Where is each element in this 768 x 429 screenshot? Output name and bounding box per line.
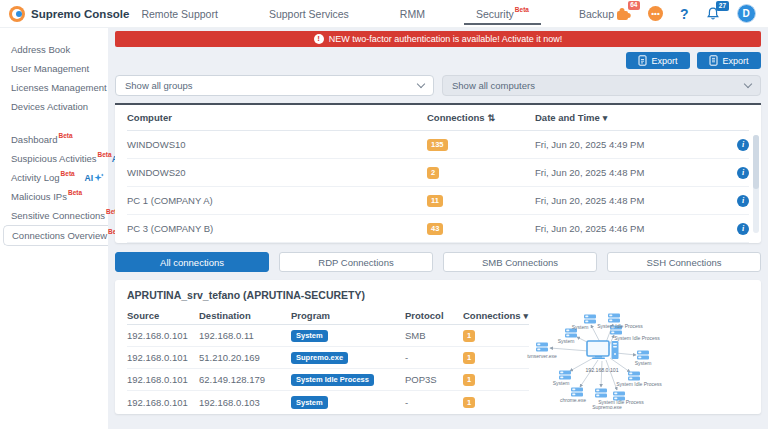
computer-row[interactable]: PC 1 (COMPANY A) 11 Fri, Jun 20, 2025 4:… — [127, 187, 749, 215]
server-node-icon[interactable] — [595, 389, 607, 398]
graph-node-label: System Idle Process — [598, 399, 644, 405]
server-node-icon[interactable] — [637, 351, 649, 360]
datetime-value: Fri, Jun 20, 2025 4:46 PM — [535, 223, 727, 234]
datetime-value: Fri, Jun 20, 2025 4:48 PM — [535, 167, 727, 178]
computer-row[interactable]: WINDOWS10 135 Fri, Jun 20, 2025 4:49 PM … — [127, 131, 749, 159]
graph-node-label: System — [635, 360, 652, 366]
network-graph[interactable]: 192.168.0.101 System System Idle Process… — [517, 294, 755, 412]
computer-row[interactable]: WINDOWS20 2 Fri, Jun 20, 2025 4:48 PM i — [127, 159, 749, 187]
server-node-icon[interactable] — [536, 343, 548, 352]
nav-remote-support[interactable]: Remote Support — [141, 0, 218, 27]
tab-all-connections[interactable]: All connections — [115, 252, 269, 272]
supremo-logo-icon — [9, 6, 25, 22]
two-factor-alert-banner[interactable]: ! NEW two-factor authentication is avail… — [115, 31, 761, 47]
column-program[interactable]: Program — [291, 310, 405, 321]
nav-backup[interactable]: Backup — [579, 0, 615, 27]
graph-node-label: chrome.exe — [560, 397, 586, 403]
nav-security[interactable]: SecurityBeta — [476, 0, 529, 27]
document-export-icon — [638, 55, 647, 66]
info-icon[interactable]: i — [737, 167, 749, 179]
connections-count-badge: 1 — [463, 352, 475, 364]
computer-name: PC 3 (COMPANY B) — [127, 223, 427, 234]
destination-ip: 192.168.0.103 — [199, 397, 291, 408]
app-logo[interactable]: Supremo Console — [0, 6, 129, 22]
connection-row[interactable]: 192.168.0.101 51.210.20.169 Supremo.exe … — [127, 347, 529, 369]
datetime-value: Fri, Jun 20, 2025 4:48 PM — [535, 195, 727, 206]
connections-count-badge: 1 — [463, 397, 475, 409]
sidebar-item-licenses-management[interactable]: Licenses Management — [0, 78, 108, 97]
ai-sparkle-icon — [94, 173, 104, 183]
groups-select[interactable]: Show all groups — [115, 75, 434, 96]
sidebar-item-devices-activation[interactable]: Devices Activation — [0, 97, 108, 116]
destination-ip: 192.168.0.11 — [199, 330, 291, 341]
connection-tabs: All connections RDP Connections SMB Conn… — [115, 252, 761, 272]
computer-row[interactable]: PC 3 (COMPANY B) 43 Fri, Jun 20, 2025 4:… — [127, 215, 749, 243]
info-icon[interactable]: i — [737, 139, 749, 151]
sort-both-icon[interactable]: ⇅ — [488, 113, 496, 123]
addons-button[interactable]: 64 — [615, 6, 631, 22]
export-file-button[interactable]: Export — [697, 52, 761, 69]
top-navbar: Supremo Console Remote Support Support S… — [0, 0, 768, 28]
sort-down-icon[interactable]: ▾ — [603, 113, 608, 123]
graph-node-label: System — [553, 380, 570, 386]
protocol-value: - — [405, 397, 463, 408]
export-toolbar: Export Export — [115, 52, 761, 69]
tab-ssh-connections[interactable]: SSH Connections — [607, 252, 761, 272]
user-avatar[interactable]: D — [737, 4, 756, 23]
computers-select[interactable]: Show all computers — [442, 75, 761, 96]
column-computer[interactable]: Computer — [127, 112, 427, 123]
nav-support-services[interactable]: Support Services — [269, 0, 350, 27]
column-datetime[interactable]: Date and Time▾ — [535, 112, 727, 123]
scrollbar-thumb[interactable] — [753, 135, 759, 189]
sidebar-item-activity-log[interactable]: Activity LogBeta AI — [0, 168, 108, 187]
tab-smb-connections[interactable]: SMB Connections — [443, 252, 597, 272]
connection-row[interactable]: 192.168.0.101 62.149.128.179 System Idle… — [127, 369, 529, 391]
column-connections[interactable]: Connections⇅ — [427, 112, 535, 123]
nav-rmm[interactable]: RMM — [400, 0, 426, 27]
ai-badge: AI — [85, 173, 105, 183]
server-node-icon[interactable] — [608, 314, 620, 323]
filters: Show all groups Show all computers — [115, 75, 761, 96]
main-nav: Remote Support Support Services RMM Secu… — [141, 0, 615, 27]
sidebar-item-connections-overview[interactable]: Connections OverviewBeta — [3, 225, 108, 246]
program-badge: System Idle Process — [291, 374, 374, 387]
app-title: Supremo Console — [31, 8, 129, 20]
main-content: ! NEW two-factor authentication is avail… — [108, 28, 768, 429]
info-icon[interactable]: i — [737, 223, 749, 235]
export-csv-button[interactable]: Export — [626, 52, 690, 69]
central-computer-icon[interactable] — [587, 341, 619, 359]
protocol-value: POP3S — [405, 374, 463, 385]
connections-count-badge: 1 — [463, 330, 475, 342]
sidebar-item-dashboard[interactable]: DashboardBeta — [0, 130, 108, 149]
chevron-down-icon — [744, 80, 752, 88]
server-node-icon[interactable] — [559, 371, 571, 380]
vertical-scrollbar[interactable] — [753, 135, 759, 233]
computers-table-card: Computer Connections⇅ Date and Time▾ WIN… — [115, 103, 761, 243]
connection-row[interactable]: 192.168.0.101 192.168.0.11 System SMB 1 — [127, 325, 529, 347]
sidebar-item-suspicious-activities[interactable]: Suspicious ActivitiesBeta AI — [0, 149, 108, 168]
column-source[interactable]: Source — [127, 310, 199, 321]
sidebar-item-malicious-ips[interactable]: Malicious IPsBeta — [0, 187, 108, 206]
chevron-down-icon — [417, 80, 425, 88]
help-icon[interactable]: ? — [680, 6, 689, 22]
graph-center-label: 192.168.0.101 — [585, 367, 618, 373]
notifications-button[interactable]: 27 — [706, 6, 720, 21]
column-destination[interactable]: Destination — [199, 310, 291, 321]
connections-table-header: Source Destination Program Protocol Conn… — [127, 307, 529, 325]
sidebar-item-sensitive-connections[interactable]: Sensitive ConnectionsBeta — [0, 206, 108, 225]
computer-name: WINDOWS20 — [127, 167, 427, 178]
header-icons: 64 ••• ? 27 D — [615, 4, 768, 23]
column-protocol[interactable]: Protocol — [405, 310, 463, 321]
info-icon[interactable]: i — [737, 195, 749, 207]
graph-node-label: tvnserver.exe — [527, 353, 557, 359]
sidebar-item-address-book[interactable]: Address Book — [0, 40, 108, 59]
chat-icon[interactable]: ••• — [648, 6, 663, 21]
server-node-icon[interactable] — [628, 372, 640, 381]
destination-ip: 62.149.128.179 — [199, 374, 291, 385]
computer-name: WINDOWS10 — [127, 139, 427, 150]
tab-rdp-connections[interactable]: RDP Connections — [279, 252, 433, 272]
sidebar-item-user-management[interactable]: User Management — [0, 59, 108, 78]
server-node-icon[interactable] — [584, 315, 596, 324]
connection-row[interactable]: 192.168.0.101 192.168.0.103 System - 1 — [127, 391, 529, 413]
server-node-icon[interactable] — [571, 388, 583, 397]
